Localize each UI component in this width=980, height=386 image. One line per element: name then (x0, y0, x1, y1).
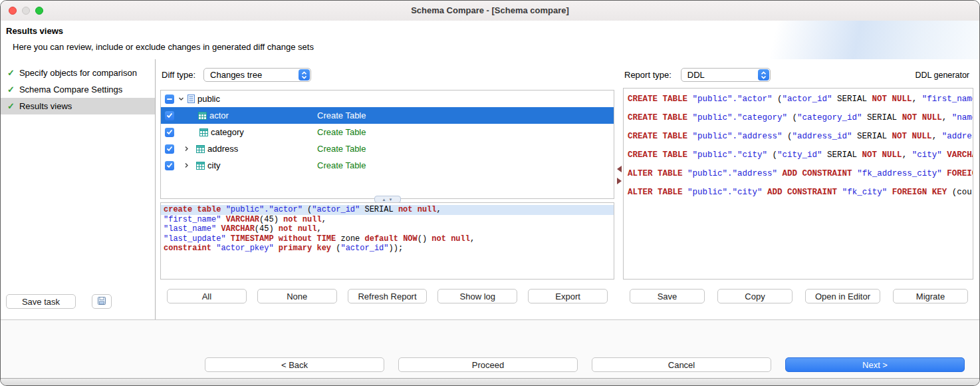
collapse-right-icon[interactable] (617, 178, 622, 184)
diff-type-select[interactable]: Changes tree (203, 68, 311, 82)
next-button[interactable]: Next > (785, 357, 965, 372)
refresh-report-button[interactable]: Refresh Report (348, 289, 428, 303)
tree-row-city[interactable]: city Create Table (161, 157, 614, 174)
ddl-generator-label: DDL generator (915, 71, 972, 80)
step-results-views[interactable]: ✓ Results views (1, 98, 155, 114)
step-specify-objects[interactable]: ✓ Specify objects for comparison (1, 65, 155, 81)
sql-preview-editor[interactable]: create table "public"."actor" ("actor_id… (160, 202, 614, 280)
table-icon (196, 162, 205, 170)
chevron-down-icon[interactable] (178, 96, 184, 102)
tree-row-category[interactable]: category Create Table (161, 124, 614, 140)
tree-action-category: Create Table (317, 127, 366, 137)
tree-row-actor[interactable]: actor Create Table (161, 107, 614, 124)
step-label: Specify objects for comparison (19, 68, 137, 78)
show-log-button[interactable]: Show log (437, 289, 517, 303)
checkbox-actor[interactable] (165, 111, 174, 120)
step-label: Schema Compare Settings (19, 85, 122, 95)
schema-icon (187, 95, 195, 103)
export-button[interactable]: Export (528, 289, 608, 303)
vertical-splitter[interactable] (616, 166, 623, 184)
table-icon (196, 145, 205, 153)
tree-label-category: category (211, 127, 244, 137)
tree-label-public: public (197, 94, 220, 104)
table-icon (198, 112, 207, 120)
tree-action-actor: Create Table (317, 110, 366, 120)
table-icon (199, 128, 208, 136)
collapse-up-icon: ▲ (382, 198, 386, 202)
tree-row-public[interactable]: public (161, 91, 614, 107)
report-type-value: DDL (687, 70, 705, 80)
check-icon: ✓ (7, 85, 15, 95)
wizard-steps-sidebar: ✓ Specify objects for comparison ✓ Schem… (1, 59, 156, 319)
tree-label-city: city (207, 160, 221, 170)
checkbox-address[interactable] (165, 144, 174, 154)
tree-action-city: Create Table (317, 160, 366, 170)
report-type-label: Report type: (624, 70, 672, 80)
save-task-button[interactable]: Save task (6, 294, 76, 309)
title-bar[interactable]: Schema Compare - [Schema compare] (1, 1, 979, 21)
diff-type-label: Diff type: (162, 70, 195, 80)
check-icon: ✓ (7, 68, 15, 78)
all-button[interactable]: All (167, 289, 247, 303)
chevron-right-icon[interactable] (183, 146, 189, 152)
step-label: Results views (19, 101, 72, 111)
header-decoration (687, 21, 979, 59)
collapse-left-icon[interactable] (617, 166, 622, 172)
checkbox-city[interactable] (165, 161, 174, 170)
open-in-editor-button[interactable]: Open in Editor (805, 289, 880, 303)
check-icon: ✓ (7, 101, 15, 111)
proceed-button[interactable]: Proceed (398, 357, 578, 372)
save-task-file-button[interactable] (92, 294, 112, 309)
window-title: Schema Compare - [Schema compare] (1, 5, 979, 15)
wizard-header: Results views Here you can review, inclu… (1, 21, 979, 59)
ddl-panel: Report type: DDL DDL generator CREATE TA… (623, 59, 973, 319)
main-content: ✓ Specify objects for comparison ✓ Schem… (1, 59, 979, 319)
migrate-button[interactable]: Migrate (893, 289, 968, 303)
tree-label-address: address (207, 144, 238, 154)
report-type-select[interactable]: DDL (681, 68, 771, 82)
cancel-button[interactable]: Cancel (592, 357, 771, 372)
tree-row-address[interactable]: address Create Table (161, 140, 614, 157)
window-bottom-edge (1, 378, 979, 386)
select-spinner-icon (299, 69, 310, 81)
back-button[interactable]: < Back (205, 357, 384, 372)
save-button[interactable]: Save (630, 289, 705, 303)
none-button[interactable]: None (257, 289, 337, 303)
diff-panel: Diff type: Changes tree (160, 59, 614, 319)
ddl-output-editor[interactable]: CREATE TABLE "public"."actor" ("actor_id… (623, 88, 973, 280)
checkbox-category[interactable] (165, 128, 174, 137)
checkbox-public[interactable] (165, 95, 174, 104)
schema-compare-window: Schema Compare - [Schema compare] Result… (0, 0, 980, 386)
save-file-icon (97, 296, 106, 307)
copy-button[interactable]: Copy (717, 289, 793, 303)
select-spinner-icon (758, 69, 769, 81)
wizard-footer: < Back Proceed Cancel Next > (1, 319, 979, 379)
diff-type-value: Changes tree (210, 70, 262, 80)
chevron-right-icon[interactable] (183, 162, 189, 168)
tree-action-address: Create Table (317, 144, 366, 154)
page-subtitle: Here you can review, include or exclude … (13, 42, 314, 52)
step-compare-settings[interactable]: ✓ Schema Compare Settings (1, 81, 155, 98)
changes-tree[interactable]: public actor Create Table (160, 90, 614, 199)
tree-label-actor: actor (209, 110, 229, 120)
collapse-down-icon: ▼ (389, 198, 393, 202)
page-title: Results views (6, 26, 63, 36)
